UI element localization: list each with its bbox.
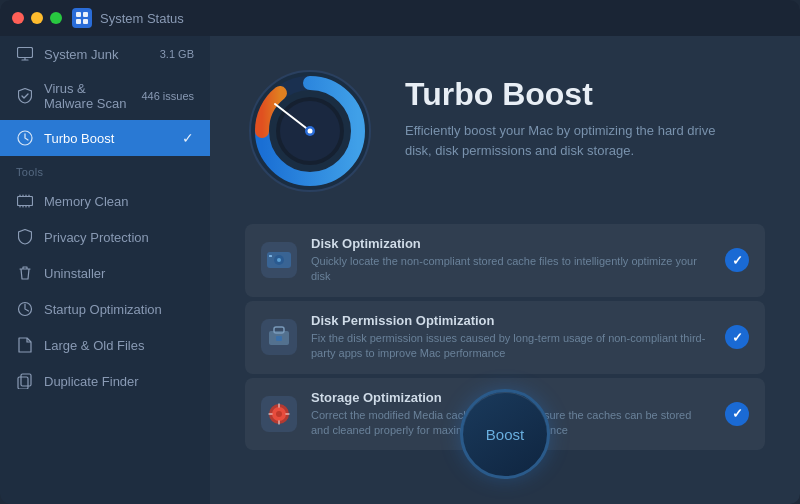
- svg-rect-9: [18, 377, 28, 389]
- system-junk-label: System Junk: [44, 47, 150, 62]
- app-title-group: System Status: [72, 8, 184, 28]
- disk-optimization-check: [725, 248, 749, 272]
- svg-rect-8: [21, 374, 31, 386]
- tools-section-label: Tools: [0, 156, 210, 183]
- sidebar-item-uninstaller[interactable]: Uninstaller: [0, 255, 210, 291]
- svg-rect-4: [18, 48, 33, 58]
- disk-permission-icon: [261, 319, 297, 355]
- boost-button[interactable]: Boost: [460, 389, 550, 479]
- close-button[interactable]: [12, 12, 24, 24]
- feature-card-disk-optimization: Disk Optimization Quickly locate the non…: [245, 224, 765, 297]
- svg-rect-1: [83, 12, 88, 17]
- turbo-boost-label: Turbo Boost: [44, 131, 172, 146]
- system-junk-badge: 3.1 GB: [160, 48, 194, 60]
- files-icon: [16, 336, 34, 354]
- duplicate-icon: [16, 372, 34, 390]
- svg-rect-3: [83, 19, 88, 24]
- memory-clean-label: Memory Clean: [44, 194, 194, 209]
- disk-permission-desc: Fix the disk permission issues caused by…: [311, 331, 711, 362]
- memory-icon: [16, 192, 34, 210]
- sidebar-item-memory-clean[interactable]: Memory Clean: [0, 183, 210, 219]
- svg-rect-0: [76, 12, 81, 17]
- disk-optimization-icon: [261, 242, 297, 278]
- active-check-icon: ✓: [182, 130, 194, 146]
- startup-optimization-label: Startup Optimization: [44, 302, 194, 317]
- storage-optimization-check: [725, 402, 749, 426]
- hero-section: Turbo Boost Efficiently boost your Mac b…: [245, 66, 765, 196]
- svg-rect-6: [18, 197, 33, 206]
- disk-optimization-title: Disk Optimization: [311, 236, 711, 251]
- sidebar-item-malware-scan[interactable]: Virus & Malware Scan 446 issues: [0, 72, 210, 120]
- app-window: System Status System Junk 3.1 GB: [0, 0, 800, 504]
- monitor-icon: [16, 45, 34, 63]
- svg-rect-2: [76, 19, 81, 24]
- sidebar: System Junk 3.1 GB Virus & Malware Scan …: [0, 36, 210, 504]
- app-title-text: System Status: [100, 11, 184, 26]
- main-layout: System Junk 3.1 GB Virus & Malware Scan …: [0, 36, 800, 504]
- disk-permission-title: Disk Permission Optimization: [311, 313, 711, 328]
- sidebar-item-privacy-protection[interactable]: Privacy Protection: [0, 219, 210, 255]
- uninstaller-label: Uninstaller: [44, 266, 194, 281]
- sidebar-item-startup-optimization[interactable]: Startup Optimization: [0, 291, 210, 327]
- gauge-container: [245, 66, 375, 196]
- hero-description: Efficiently boost your Mac by optimizing…: [405, 121, 745, 160]
- privacy-protection-label: Privacy Protection: [44, 230, 194, 245]
- app-icon: [72, 8, 92, 28]
- svg-point-16: [308, 129, 313, 134]
- main-content: Turbo Boost Efficiently boost your Mac b…: [210, 36, 800, 504]
- sidebar-item-duplicate-finder[interactable]: Duplicate Finder: [0, 363, 210, 399]
- traffic-lights: [12, 12, 62, 24]
- maximize-button[interactable]: [50, 12, 62, 24]
- svg-rect-23: [276, 336, 282, 341]
- svg-point-26: [276, 411, 282, 417]
- sidebar-item-turbo-boost[interactable]: Turbo Boost ✓: [0, 120, 210, 156]
- feature-card-disk-permission: Disk Permission Optimization Fix the dis…: [245, 301, 765, 374]
- large-old-files-label: Large & Old Files: [44, 338, 194, 353]
- disk-permission-text: Disk Permission Optimization Fix the dis…: [311, 313, 711, 362]
- bottom-section: Boost: [245, 463, 765, 479]
- disk-permission-check: [725, 325, 749, 349]
- svg-rect-20: [269, 255, 272, 257]
- sidebar-item-system-junk[interactable]: System Junk 3.1 GB: [0, 36, 210, 72]
- malware-scan-badge: 446 issues: [141, 90, 194, 102]
- storage-optimization-icon: [261, 396, 297, 432]
- boost-icon: [16, 129, 34, 147]
- uninstaller-icon: [16, 264, 34, 282]
- privacy-shield-icon: [16, 228, 34, 246]
- disk-optimization-desc: Quickly locate the non-compliant stored …: [311, 254, 711, 285]
- titlebar: System Status: [0, 0, 800, 36]
- svg-point-19: [277, 258, 281, 262]
- startup-icon: [16, 300, 34, 318]
- sidebar-item-large-old-files[interactable]: Large & Old Files: [0, 327, 210, 363]
- boost-button-label: Boost: [486, 426, 524, 443]
- malware-scan-label: Virus & Malware Scan: [44, 81, 131, 111]
- hero-title: Turbo Boost: [405, 76, 765, 113]
- hero-text: Turbo Boost Efficiently boost your Mac b…: [405, 66, 765, 160]
- minimize-button[interactable]: [31, 12, 43, 24]
- duplicate-finder-label: Duplicate Finder: [44, 374, 194, 389]
- disk-optimization-text: Disk Optimization Quickly locate the non…: [311, 236, 711, 285]
- gauge-svg: [245, 66, 375, 196]
- shield-scan-icon: [16, 87, 34, 105]
